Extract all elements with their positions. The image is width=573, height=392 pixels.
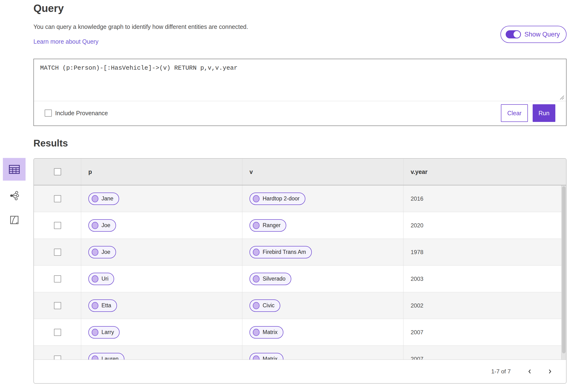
- table-rows: Jane Hardtop 2-door 2016 Joe Ranger 2020: [34, 185, 566, 360]
- vehicle-entity-label: Hardtop 2-door: [263, 195, 300, 202]
- person-entity-pill[interactable]: Etta: [88, 299, 117, 312]
- chevron-right-icon: [547, 368, 553, 375]
- show-query-label: Show Query: [524, 31, 560, 38]
- page-description: You can query a knowledge graph to ident…: [34, 23, 248, 30]
- row-checkbox[interactable]: [54, 249, 61, 256]
- entity-node-icon: [253, 249, 260, 256]
- toggle-switch-icon[interactable]: [506, 30, 521, 38]
- table-body: p v v.year Jane Hardtop 2-door 2016 Joe: [34, 159, 566, 360]
- include-provenance-checkbox[interactable]: [45, 109, 52, 117]
- entity-node-icon: [92, 302, 98, 309]
- person-entity-label: Larry: [102, 329, 114, 336]
- results-table: p v v.year Jane Hardtop 2-door 2016 Joe: [34, 158, 567, 384]
- next-page-button[interactable]: [545, 367, 555, 376]
- column-header-v[interactable]: v: [250, 169, 253, 175]
- entity-node-icon: [92, 249, 98, 256]
- pagination-range-label: 1-7 of 7: [491, 368, 511, 375]
- table-row: Lauren Matrix 2007: [34, 346, 566, 360]
- row-checkbox[interactable]: [54, 275, 61, 283]
- query-panel-footer: Include Provenance Clear Run: [34, 101, 566, 125]
- person-entity-label: Joe: [102, 249, 110, 255]
- vehicle-entity-label: Silverado: [263, 275, 286, 282]
- person-entity-pill[interactable]: Larry: [88, 326, 120, 339]
- person-entity-label: Joe: [102, 222, 110, 229]
- table-scrollbar[interactable]: [561, 185, 566, 360]
- table-header-row: p v v.year: [34, 159, 566, 185]
- person-entity-pill[interactable]: Uri: [88, 273, 114, 285]
- year-value: 2003: [411, 275, 423, 282]
- table-row: Etta Civic 2002: [34, 292, 566, 319]
- map-view-button[interactable]: [3, 212, 26, 228]
- entity-node-icon: [253, 329, 260, 336]
- vehicle-entity-label: Matrix: [263, 329, 278, 336]
- vehicle-entity-pill[interactable]: Ranger: [250, 219, 286, 232]
- entity-node-icon: [92, 222, 98, 229]
- vehicle-entity-pill[interactable]: Firebird Trans Am: [250, 246, 312, 258]
- vehicle-entity-pill[interactable]: Silverado: [250, 273, 291, 285]
- query-panel: MATCH (p:Person)-[:HasVehicle]->(v) RETU…: [34, 59, 567, 126]
- person-entity-label: Etta: [102, 302, 111, 309]
- run-button[interactable]: Run: [533, 104, 555, 122]
- view-switcher: [3, 158, 26, 228]
- vehicle-entity-label: Firebird Trans Am: [263, 249, 306, 255]
- vehicle-entity-pill[interactable]: Hardtop 2-door: [250, 192, 305, 205]
- column-header-vyear[interactable]: v.year: [411, 169, 427, 175]
- vehicle-entity-label: Civic: [263, 302, 275, 309]
- table-row: Larry Matrix 2007: [34, 319, 566, 346]
- results-title: Results: [34, 138, 68, 149]
- include-provenance-label: Include Provenance: [55, 110, 108, 117]
- scrollbar-thumb[interactable]: [562, 186, 566, 353]
- person-entity-pill[interactable]: Joe: [88, 219, 116, 232]
- entity-node-icon: [253, 275, 260, 283]
- column-header-p[interactable]: p: [88, 169, 92, 175]
- vehicle-entity-label: Ranger: [263, 222, 281, 229]
- person-entity-label: Uri: [102, 275, 108, 282]
- vehicle-entity-pill[interactable]: Civic: [250, 299, 280, 312]
- table-row: Uri Silverado 2003: [34, 266, 566, 292]
- person-entity-pill[interactable]: Jane: [88, 192, 119, 205]
- table-row: Joe Firebird Trans Am 1978: [34, 239, 566, 266]
- graph-view-button[interactable]: [3, 187, 26, 204]
- graph-icon: [10, 191, 19, 200]
- table-view-button[interactable]: [3, 158, 26, 181]
- person-entity-pill[interactable]: Joe: [88, 246, 116, 258]
- previous-page-button[interactable]: [525, 367, 535, 376]
- vehicle-entity-pill[interactable]: Matrix: [250, 326, 283, 339]
- clear-button[interactable]: Clear: [501, 104, 528, 122]
- entity-node-icon: [253, 195, 260, 202]
- chevron-left-icon: [527, 368, 533, 375]
- year-value: 2002: [411, 302, 423, 309]
- person-entity-label: Jane: [102, 195, 113, 202]
- entity-node-icon: [92, 275, 98, 283]
- query-input[interactable]: MATCH (p:Person)-[:HasVehicle]->(v) RETU…: [34, 59, 566, 101]
- page-title: Query: [34, 2, 64, 14]
- row-checkbox[interactable]: [54, 222, 61, 229]
- entity-node-icon: [92, 195, 98, 202]
- map-icon: [10, 215, 19, 224]
- year-value: 2007: [411, 329, 423, 336]
- select-all-checkbox[interactable]: [54, 168, 61, 175]
- table-pagination: 1-7 of 7: [34, 359, 566, 383]
- year-value: 2020: [411, 222, 423, 229]
- row-checkbox[interactable]: [54, 195, 61, 202]
- toggle-knob: [514, 31, 520, 38]
- table-row: Jane Hardtop 2-door 2016: [34, 185, 566, 212]
- show-query-toggle[interactable]: Show Query: [501, 26, 567, 43]
- year-value: 1978: [411, 249, 423, 256]
- row-checkbox[interactable]: [54, 329, 61, 336]
- entity-node-icon: [253, 222, 260, 229]
- entity-node-icon: [92, 329, 98, 336]
- learn-more-link[interactable]: Learn more about Query: [34, 38, 98, 45]
- resize-grip-icon[interactable]: [559, 94, 565, 100]
- table-row: Joe Ranger 2020: [34, 212, 566, 239]
- year-value: 2016: [411, 195, 423, 202]
- entity-node-icon: [253, 302, 260, 309]
- row-checkbox[interactable]: [54, 302, 61, 309]
- table-icon: [9, 165, 20, 174]
